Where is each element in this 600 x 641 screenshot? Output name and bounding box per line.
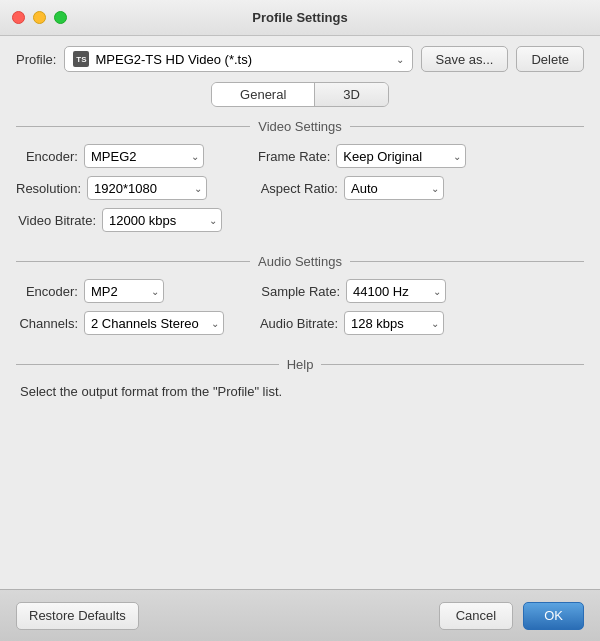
framerate-label: Frame Rate: [258,149,330,164]
encoder-group: Encoder: MPEG2 ⌄ [16,144,246,168]
video-settings-header: Video Settings [16,119,584,134]
aspectratio-value: Auto [351,181,378,196]
aspectratio-label: Aspect Ratio: [258,181,338,196]
audio-settings-section: Audio Settings Encoder: MP2 ⌄ Sample Rat… [16,254,584,343]
channels-audiobitrate-row: Channels: 2 Channels Stereo ⌄ Audio Bitr… [16,311,584,335]
audioencoder-group: Encoder: MP2 ⌄ [16,279,246,303]
audio-settings-header: Audio Settings [16,254,584,269]
encoder-label: Encoder: [16,149,78,164]
section-line-right [350,261,584,262]
videobitrate-row: Video Bitrate: 12000 kbps ⌄ [16,208,584,232]
section-line-left [16,261,250,262]
section-line-left [16,126,250,127]
samplerate-group: Sample Rate: 44100 Hz ⌄ [258,279,584,303]
audiobitrate-label: Audio Bitrate: [258,316,338,331]
videobitrate-group: Video Bitrate: 12000 kbps ⌄ [16,208,222,232]
restore-defaults-button[interactable]: Restore Defaults [16,602,139,630]
help-header: Help [16,357,584,372]
close-button[interactable] [12,11,25,24]
footer: Restore Defaults Cancel OK [0,589,600,641]
audiobitrate-group: Audio Bitrate: 128 kbps ⌄ [258,311,584,335]
profile-value: MPEG2-TS HD Video (*.ts) [95,52,252,67]
encoder-value: MPEG2 [91,149,137,164]
traffic-lights [12,11,67,24]
framerate-value: Keep Original [343,149,422,164]
chevron-down-icon: ⌄ [431,318,439,329]
chevron-down-icon: ⌄ [433,286,441,297]
main-content: Profile: TS MPEG2-TS HD Video (*.ts) ⌄ S… [0,36,600,589]
samplerate-value: 44100 Hz [353,284,409,299]
resolution-group: Resolution: 1920*1080 ⌄ [16,176,246,200]
audio-settings-title: Audio Settings [258,254,342,269]
cancel-button[interactable]: Cancel [439,602,513,630]
aspectratio-select[interactable]: Auto ⌄ [344,176,444,200]
resolution-select[interactable]: 1920*1080 ⌄ [87,176,207,200]
resolution-label: Resolution: [16,181,81,196]
window-title: Profile Settings [252,10,347,25]
encoder-framerate-row: Encoder: MPEG2 ⌄ Frame Rate: Keep Origin… [16,144,584,168]
videobitrate-label: Video Bitrate: [16,213,96,228]
footer-right-buttons: Cancel OK [439,602,584,630]
audioencoder-samplerate-row: Encoder: MP2 ⌄ Sample Rate: 44100 Hz ⌄ [16,279,584,303]
profile-row: Profile: TS MPEG2-TS HD Video (*.ts) ⌄ S… [16,46,584,72]
audiobitrate-select[interactable]: 128 kbps ⌄ [344,311,444,335]
save-as-button[interactable]: Save as... [421,46,509,72]
samplerate-label: Sample Rate: [258,284,340,299]
tabs-row: General 3D [16,82,584,107]
profile-label: Profile: [16,52,56,67]
title-bar: Profile Settings [0,0,600,36]
delete-button[interactable]: Delete [516,46,584,72]
section-line-left [16,364,279,365]
audioencoder-value: MP2 [91,284,118,299]
audioencoder-label: Encoder: [16,284,78,299]
channels-label: Channels: [16,316,78,331]
encoder-select[interactable]: MPEG2 ⌄ [84,144,204,168]
ok-button[interactable]: OK [523,602,584,630]
chevron-down-icon: ⌄ [396,54,404,65]
chevron-down-icon: ⌄ [453,151,461,162]
framerate-group: Frame Rate: Keep Original ⌄ [258,144,584,168]
channels-group: Channels: 2 Channels Stereo ⌄ [16,311,246,335]
chevron-down-icon: ⌄ [211,318,219,329]
maximize-button[interactable] [54,11,67,24]
channels-select[interactable]: 2 Channels Stereo ⌄ [84,311,224,335]
videobitrate-select[interactable]: 12000 kbps ⌄ [102,208,222,232]
channels-value: 2 Channels Stereo [91,316,199,331]
minimize-button[interactable] [33,11,46,24]
aspectratio-group: Aspect Ratio: Auto ⌄ [258,176,584,200]
samplerate-select[interactable]: 44100 Hz ⌄ [346,279,446,303]
audioencoder-select[interactable]: MP2 ⌄ [84,279,164,303]
chevron-down-icon: ⌄ [194,183,202,194]
framerate-select[interactable]: Keep Original ⌄ [336,144,466,168]
resolution-value: 1920*1080 [94,181,157,196]
help-text: Select the output format from the "Profi… [16,382,584,402]
help-title: Help [287,357,314,372]
section-line-right [350,126,584,127]
videobitrate-value: 12000 kbps [109,213,176,228]
resolution-aspectratio-row: Resolution: 1920*1080 ⌄ Aspect Ratio: Au… [16,176,584,200]
chevron-down-icon: ⌄ [431,183,439,194]
video-settings-section: Video Settings Encoder: MPEG2 ⌄ Frame Ra… [16,119,584,240]
help-section: Help Select the output format from the "… [16,357,584,402]
section-line-right [321,364,584,365]
tab-general[interactable]: General [212,83,315,106]
profile-select[interactable]: TS MPEG2-TS HD Video (*.ts) ⌄ [64,46,412,72]
tabs-container: General 3D [211,82,389,107]
chevron-down-icon: ⌄ [191,151,199,162]
video-settings-title: Video Settings [258,119,342,134]
tab-3d[interactable]: 3D [315,83,388,106]
chevron-down-icon: ⌄ [151,286,159,297]
profile-icon: TS [73,51,89,67]
chevron-down-icon: ⌄ [209,215,217,226]
audiobitrate-value: 128 kbps [351,316,404,331]
